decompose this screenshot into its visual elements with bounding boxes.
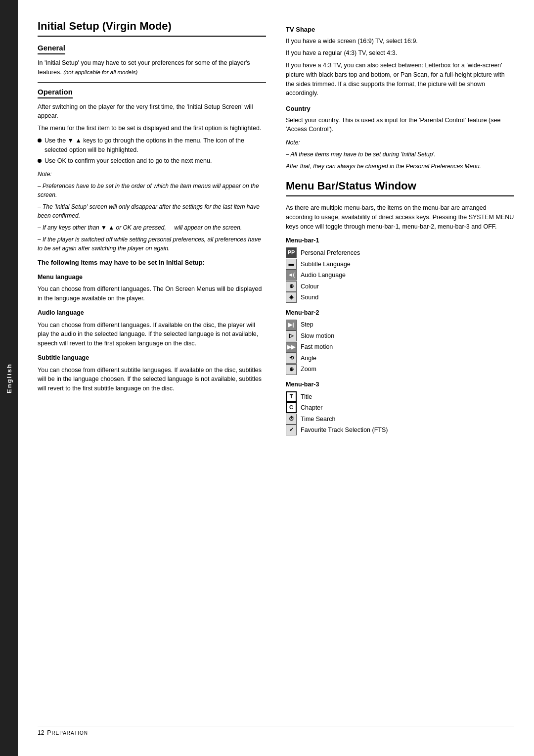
bullet-dot bbox=[38, 159, 42, 163]
note-line-2: – If any keys other than ▼ ▲ or OK are p… bbox=[38, 223, 266, 232]
subtitle-language-body: You can choose from different subtitle l… bbox=[38, 366, 266, 393]
chapter-label: Chapter bbox=[301, 402, 322, 414]
country-note-line-0: – All these items may have to be set dur… bbox=[286, 150, 514, 159]
note-line-1: – The 'Initial Setup' screen will only d… bbox=[38, 202, 266, 220]
operation-notes: Note: – Preferences have to be set in th… bbox=[38, 170, 266, 253]
fast-motion-icon: ▶▶ bbox=[286, 342, 297, 353]
personal-prefs-icon: PP bbox=[286, 247, 297, 258]
audio-lang-icon: ◄( bbox=[286, 270, 297, 281]
menu-bar-section: Menu Bar/Status Window As there are mult… bbox=[286, 180, 514, 436]
tv-shape-para2: If you have a regular (4:3) TV, select 4… bbox=[286, 48, 514, 58]
operation-para2: The menu for the first item to be set is… bbox=[38, 124, 266, 133]
operation-bullets: Use the ▼ ▲ keys to go through the optio… bbox=[38, 136, 266, 166]
colour-icon: ⊕ bbox=[286, 281, 297, 292]
tv-shape-heading: TV Shape bbox=[286, 25, 514, 35]
country-body: Select your country. This is used as inp… bbox=[286, 116, 514, 135]
slow-motion-icon: ▷ bbox=[286, 331, 297, 341]
time-search-label: Time Search bbox=[301, 414, 335, 425]
menu-item-time-search: ⏱ Time Search bbox=[286, 414, 514, 425]
menu-item-fast-motion: ▶▶ Fast motion bbox=[286, 341, 514, 353]
menu-bar-3-label: Menu-bar-3 bbox=[286, 380, 514, 389]
title-icon: T bbox=[286, 391, 297, 402]
fts-label: Favourite Track Selection (FTS) bbox=[301, 425, 388, 436]
main-content: Initial Setup (Virgin Mode) General In '… bbox=[18, 0, 534, 756]
note-line-0: – Preferences have to be set in the orde… bbox=[38, 182, 266, 199]
menu-item-colour: ⊕ Colour bbox=[286, 281, 514, 292]
page-title: Initial Setup (Virgin Mode) bbox=[38, 20, 266, 37]
note-label: Note: bbox=[38, 170, 266, 179]
angle-label: Angle bbox=[301, 353, 316, 364]
menu-item-subtitle-lang: ▬ Subtitle Language bbox=[286, 259, 514, 270]
footer-page-number: 12 bbox=[38, 729, 44, 736]
page-footer: 12 PREPARATION bbox=[38, 726, 514, 736]
left-column: Initial Setup (Virgin Mode) General In '… bbox=[38, 20, 266, 711]
menu-item-step: ▶| Step bbox=[286, 319, 514, 331]
fast-motion-label: Fast motion bbox=[301, 341, 333, 353]
subtitle-language-section: Subtitle language You can choose from di… bbox=[38, 353, 266, 393]
operation-section: Operation After switching on the player … bbox=[38, 88, 266, 253]
footer-section-label: PREPARATION bbox=[47, 729, 88, 736]
sound-icon: ◈ bbox=[286, 292, 297, 303]
country-notes: Note: – All these items may have to be s… bbox=[286, 138, 514, 171]
menu-item-sound: ◈ Sound bbox=[286, 292, 514, 303]
colour-label: Colour bbox=[301, 281, 319, 292]
angle-icon: ⟲ bbox=[286, 353, 297, 364]
menu-bar-title: Menu Bar/Status Window bbox=[286, 180, 514, 196]
menu-item-title: T Title bbox=[286, 391, 514, 403]
bullet-item-1: Use OK to confirm your selection and to … bbox=[38, 156, 266, 166]
operation-heading: Operation bbox=[38, 88, 73, 98]
subtitle-language-heading: Subtitle language bbox=[38, 353, 266, 363]
menu-item-personal-prefs: PP Personal Preferences bbox=[286, 247, 514, 259]
side-tab-label: English bbox=[5, 363, 13, 393]
setup-items-intro: The following items may have to be set i… bbox=[38, 258, 266, 268]
audio-language-heading: Audio language bbox=[38, 308, 266, 318]
zoom-label: Zoom bbox=[301, 364, 316, 375]
country-note-label: Note: bbox=[286, 138, 514, 147]
country-note-line-1: After that, they can always be changed i… bbox=[286, 162, 514, 171]
tv-shape-section: TV Shape If you have a wide screen (16:9… bbox=[286, 25, 514, 98]
slow-motion-label: Slow motion bbox=[301, 331, 334, 342]
general-heading: General bbox=[38, 44, 65, 54]
audio-language-body: You can choose from different languages.… bbox=[38, 321, 266, 348]
country-section: Country Select your country. This is use… bbox=[286, 104, 514, 171]
step-icon: ▶| bbox=[286, 320, 297, 331]
menu-bar-3-items: T Title C Chapter ⏱ Time Search ✓ bbox=[286, 391, 514, 436]
zoom-icon: ⊕ bbox=[286, 364, 297, 375]
tv-shape-para1: If you have a wide screen (16:9) TV, sel… bbox=[286, 37, 514, 46]
country-heading: Country bbox=[286, 104, 514, 114]
audio-lang-label: Audio Language bbox=[301, 270, 346, 281]
menu-bar-2-label: Menu-bar-2 bbox=[286, 308, 514, 318]
columns: Initial Setup (Virgin Mode) General In '… bbox=[38, 20, 514, 711]
fts-icon: ✓ bbox=[286, 425, 297, 435]
menu-item-zoom: ⊕ Zoom bbox=[286, 364, 514, 375]
bullet-item-0: Use the ▼ ▲ keys to go through the optio… bbox=[38, 136, 266, 155]
setup-items-section: The following items may have to be set i… bbox=[38, 258, 266, 393]
menu-language-heading: Menu language bbox=[38, 273, 266, 282]
step-label: Step bbox=[301, 319, 313, 331]
title-label: Title bbox=[301, 391, 312, 403]
time-search-icon: ⏱ bbox=[286, 414, 297, 425]
menu-item-audio-lang: ◄( Audio Language bbox=[286, 270, 514, 281]
general-section: General In 'Initial Setup' you may have … bbox=[38, 44, 266, 77]
divider bbox=[38, 82, 266, 83]
subtitle-lang-label: Subtitle Language bbox=[301, 259, 351, 270]
bullet-dot bbox=[38, 139, 42, 142]
menu-language-body: You can choose from different languages.… bbox=[38, 284, 266, 303]
menu-item-angle: ⟲ Angle bbox=[286, 353, 514, 364]
menu-language-section: Menu language You can choose from differ… bbox=[38, 273, 266, 303]
right-column: TV Shape If you have a wide screen (16:9… bbox=[286, 20, 514, 711]
personal-prefs-label: Personal Preferences bbox=[301, 247, 360, 259]
side-tab: English bbox=[0, 0, 18, 756]
sound-label: Sound bbox=[301, 292, 318, 303]
menu-item-fts: ✓ Favourite Track Selection (FTS) bbox=[286, 425, 514, 436]
menu-item-chapter: C Chapter bbox=[286, 402, 514, 414]
operation-para1: After switching on the player for the ve… bbox=[38, 102, 266, 121]
page-wrapper: English Initial Setup (Virgin Mode) Gene… bbox=[0, 0, 534, 756]
audio-language-section: Audio language You can choose from diffe… bbox=[38, 308, 266, 348]
chapter-icon: C bbox=[286, 402, 297, 413]
menu-bar-1-label: Menu-bar-1 bbox=[286, 236, 514, 245]
menu-bar-intro: As there are multiple menu-bars, the ite… bbox=[286, 203, 514, 231]
note-line-3: – If the player is switched off while se… bbox=[38, 235, 266, 253]
menu-bar-1-items: PP Personal Preferences ▬ Subtitle Langu… bbox=[286, 247, 514, 303]
menu-bar-2-items: ▶| Step ▷ Slow motion ▶▶ Fast motion ⟲ bbox=[286, 319, 514, 375]
